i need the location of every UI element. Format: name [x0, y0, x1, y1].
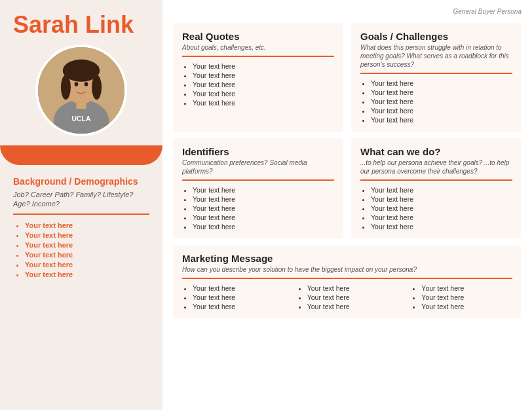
identifiers-title: Identifiers [182, 146, 334, 157]
marketing-title: Marketing Message [182, 253, 512, 264]
bg-section-title: Background / Demographics [13, 176, 149, 187]
real-quotes-box: Real Quotes About goals, challenges, etc… [173, 23, 343, 132]
list-item: Your text here [371, 98, 512, 105]
left-panel: Sarah Link UCLA Background / Demographi [0, 0, 162, 410]
real-quotes-title: Real Quotes [182, 31, 334, 42]
avatar: UCLA [35, 45, 127, 136]
goals-subtitle: What does this person struggle with in r… [360, 43, 512, 69]
svg-text:UCLA: UCLA [72, 115, 91, 122]
list-item: Your text here [193, 90, 334, 98]
goals-list: Your text here Your text here Your text … [360, 79, 512, 124]
list-item: Your text here [193, 204, 334, 212]
page-label: General Buyer Persona [173, 8, 522, 15]
marketing-col-1: Your text here Your text here Your text … [182, 284, 284, 312]
persona-name: Sarah Link [13, 12, 134, 38]
list-item: Your text here [193, 195, 334, 203]
list-item: Your text here [193, 293, 284, 301]
right-panel: General Buyer Persona Real Quotes About … [162, 0, 532, 410]
marketing-divider [182, 278, 512, 279]
marketing-col-3: Your text here Your text here Your text … [411, 284, 512, 312]
list-item: Your text here [371, 204, 512, 212]
list-item: Your text here [25, 261, 149, 269]
marketing-list-3: Your text here Your text here Your text … [411, 284, 512, 310]
list-item: Your text here [421, 303, 512, 310]
list-item: Your text here [371, 107, 512, 115]
list-item: Your text here [421, 284, 512, 292]
list-item: Your text here [193, 81, 334, 88]
bg-divider [13, 214, 149, 215]
half-circle-decoration [0, 145, 162, 165]
what-can-title: What can we do? [360, 146, 512, 157]
identifiers-divider [182, 179, 334, 181]
marketing-col-2: Your text here Your text here Your text … [297, 284, 398, 312]
identifiers-list: Your text here Your text here Your text … [182, 186, 334, 231]
list-item: Your text here [25, 231, 149, 239]
list-item: Your text here [193, 62, 334, 70]
what-can-box: What can we do? ...to help our persona a… [351, 138, 522, 238]
list-item: Your text here [421, 293, 512, 301]
list-item: Your text here [25, 241, 149, 249]
list-item: Your text here [25, 251, 149, 259]
marketing-box: Marketing Message How can you describe y… [173, 245, 522, 318]
list-item: Your text here [371, 214, 512, 221]
background-section: Background / Demographics Job? Career Pa… [13, 176, 149, 281]
marketing-columns: Your text here Your text here Your text … [182, 284, 512, 312]
identifiers-box: Identifiers Communication preferences? S… [173, 138, 343, 238]
identifiers-subtitle: Communication preferences? Social media … [182, 158, 334, 176]
real-quotes-subtitle: About goals, challenges, etc. [182, 43, 334, 52]
real-quotes-list: Your text here Your text here Your text … [182, 62, 334, 107]
list-item: Your text here [193, 303, 284, 310]
list-item: Your text here [25, 270, 149, 278]
list-item: Your text here [371, 195, 512, 203]
real-quotes-divider [182, 56, 334, 57]
marketing-section: Marketing Message How can you describe y… [173, 245, 522, 318]
list-item: Your text here [193, 71, 334, 79]
list-item: Your text here [193, 186, 334, 194]
list-item: Your text here [307, 293, 398, 301]
svg-point-6 [61, 75, 71, 100]
list-item: Your text here [25, 221, 149, 229]
svg-point-8 [75, 82, 79, 86]
list-item: Your text here [371, 116, 512, 124]
what-can-subtitle: ...to help our persona achieve their goa… [360, 158, 512, 176]
marketing-subtitle: How can you describe your solution to ha… [182, 265, 512, 274]
top-sections: Real Quotes About goals, challenges, etc… [173, 23, 522, 132]
list-item: Your text here [371, 79, 512, 87]
bg-section-subtitle: Job? Career Path? Family? Lifestyle? Age… [13, 190, 149, 209]
list-item: Your text here [193, 223, 334, 231]
list-item: Your text here [193, 99, 334, 107]
goals-divider [360, 73, 512, 74]
bg-list: Your text here Your text here Your text … [13, 221, 149, 278]
list-item: Your text here [371, 186, 512, 194]
middle-sections: Identifiers Communication preferences? S… [173, 138, 522, 238]
list-item: Your text here [371, 223, 512, 231]
list-item: Your text here [371, 88, 512, 96]
list-item: Your text here [307, 284, 398, 292]
list-item: Your text here [193, 284, 284, 292]
marketing-list-2: Your text here Your text here Your text … [297, 284, 398, 310]
marketing-list-1: Your text here Your text here Your text … [182, 284, 284, 310]
svg-point-7 [92, 75, 102, 100]
what-can-divider [360, 179, 512, 181]
what-can-list: Your text here Your text here Your text … [360, 186, 512, 231]
goals-box: Goals / Challenges What does this person… [351, 23, 522, 132]
svg-rect-10 [76, 102, 86, 109]
list-item: Your text here [307, 303, 398, 310]
svg-point-9 [85, 82, 88, 86]
goals-title: Goals / Challenges [360, 31, 512, 42]
list-item: Your text here [193, 214, 334, 221]
